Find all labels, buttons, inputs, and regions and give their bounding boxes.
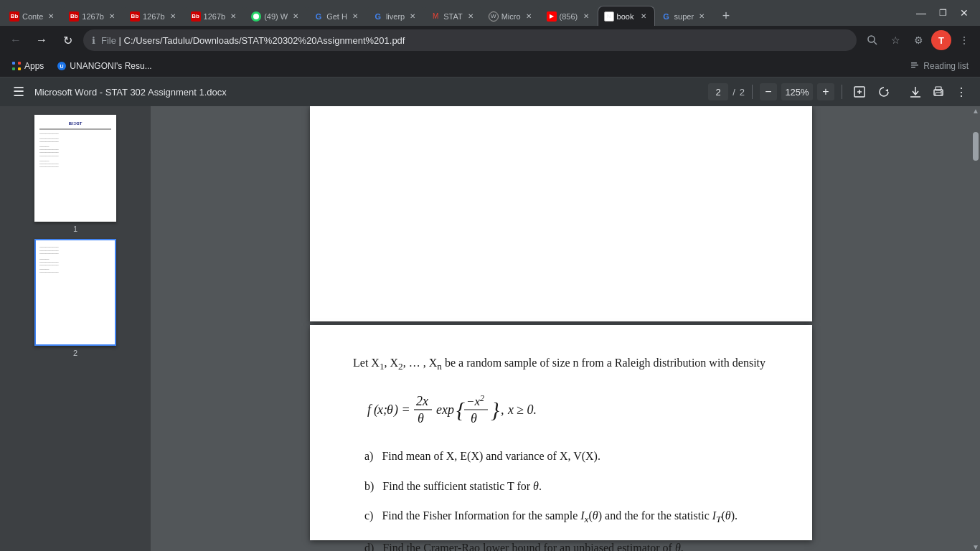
vertical-scrollbar[interactable]: ▲ ▼ (971, 106, 980, 551)
extensions-icon[interactable]: ⚙ (908, 30, 928, 50)
thumb-2-content: ________________ ________________ ______… (36, 240, 115, 278)
tab-6-close[interactable]: ✕ (350, 11, 360, 22)
address-text: File | C:/Users/Tadulu/Downloads/STAT%20… (101, 35, 848, 46)
thumb-2-image: ________________ ________________ ______… (36, 240, 115, 344)
apps-bookmark[interactable]: Apps (6, 58, 50, 74)
svg-text:x: x (507, 402, 514, 417)
tab-1-title: Conte (22, 12, 43, 21)
tab-8-close[interactable]: ✕ (466, 11, 476, 22)
tab-9-close[interactable]: ✕ (524, 11, 534, 22)
svg-marker-15 (885, 89, 888, 92)
svg-text:,: , (501, 402, 504, 417)
pdf-main-area[interactable]: Let X1, X2, … , Xn be a random sample of… (151, 106, 971, 551)
bookmark-star-icon[interactable]: ☆ (885, 30, 905, 50)
svg-rect-10 (911, 65, 918, 66)
new-tab-button[interactable]: + (716, 6, 736, 26)
tab-1-close[interactable]: ✕ (46, 11, 56, 22)
tab-11[interactable]: N book ✕ (598, 6, 655, 26)
tab-6-title: Get H (326, 12, 347, 21)
tab-6[interactable]: G Get H ✕ (307, 6, 367, 26)
current-page-input[interactable] (708, 83, 728, 100)
scroll-track[interactable] (973, 118, 979, 540)
unangoni-bookmark[interactable]: U UNANGONI's Resu... (51, 58, 157, 74)
maximize-button[interactable]: ❐ (933, 3, 953, 23)
back-button[interactable]: ← (6, 30, 26, 50)
svg-text:θ: θ (387, 402, 393, 417)
tab-4[interactable]: Bb 1267b ✕ (184, 6, 245, 26)
scroll-up-arrow[interactable]: ▲ (971, 106, 980, 115)
zoom-input[interactable] (781, 83, 813, 100)
svg-text:{: { (456, 397, 465, 421)
lock-icon: ℹ (92, 35, 95, 46)
page-controls: / 2 − + (708, 82, 894, 102)
search-icon[interactable] (862, 30, 882, 50)
reading-list-button[interactable]: Reading list (905, 58, 974, 74)
svg-text:) =: ) = (393, 402, 410, 418)
scroll-thumb[interactable] (973, 132, 979, 161)
tab-4-favicon: Bb (191, 11, 201, 22)
svg-text:exp: exp (436, 402, 454, 417)
tab-5[interactable]: (49) W ✕ (245, 6, 307, 26)
print-button[interactable] (928, 82, 948, 102)
tab-3[interactable]: Bb 1267b ✕ (123, 6, 184, 26)
svg-rect-5 (12, 67, 15, 70)
question-b: b) Find the sufficient statistic T for θ… (353, 477, 769, 496)
tab-2-favicon: Bb (69, 11, 79, 22)
tab-3-title: 1267b (143, 12, 165, 21)
total-pages: 2 (740, 87, 745, 98)
page-separator: / (732, 87, 735, 98)
svg-line-2 (874, 42, 877, 44)
svg-rect-4 (18, 62, 21, 65)
menu-icon[interactable]: ⋮ (954, 30, 974, 50)
tab-9[interactable]: W Micro ✕ (482, 6, 540, 26)
reading-list-icon (910, 61, 920, 71)
tab-11-close[interactable]: ✕ (639, 11, 649, 22)
pdf-viewer: ☰ Microsoft Word - STAT 302 Assignment 1… (0, 77, 980, 551)
tab-12-close[interactable]: ✕ (697, 11, 707, 22)
address-bar[interactable]: ℹ File | C:/Users/Tadulu/Downloads/STAT%… (83, 29, 857, 51)
scroll-down-arrow[interactable]: ▼ (971, 542, 980, 551)
tab-4-close[interactable]: ✕ (228, 11, 238, 22)
minimize-button[interactable]: — (911, 3, 931, 23)
download-button[interactable] (905, 82, 925, 102)
fit-page-button[interactable] (849, 82, 870, 102)
page-2-content: Let X1, X2, … , Xn be a random sample of… (310, 325, 812, 551)
tab-7-close[interactable]: ✕ (407, 11, 418, 22)
tab-bar: Bb Conte ✕ Bb 1267b ✕ Bb 1267b ✕ Bb 1267… (3, 0, 911, 26)
tab-12[interactable]: G super ✕ (655, 6, 714, 26)
separator-1 (752, 85, 753, 99)
thumb-1-number: 1 (73, 225, 77, 233)
more-options-button[interactable]: ⋮ (951, 82, 971, 102)
sidebar-toggle-button[interactable]: ☰ (9, 84, 29, 100)
thumb-logo: BI⊃ST (39, 121, 111, 126)
tab-10-close[interactable]: ✕ (581, 11, 591, 22)
tab-10-favicon: ▶ (547, 11, 557, 22)
rotate-button[interactable] (874, 82, 894, 102)
tab-10[interactable]: ▶ (856) ✕ (540, 6, 598, 26)
question-list: a) Find mean of X, E(X) and variance of … (353, 447, 769, 551)
tab-8-title: STAT (443, 12, 462, 21)
thumbnail-page-2[interactable]: ________________ ________________ ______… (34, 239, 116, 357)
forward-button[interactable]: → (32, 30, 52, 50)
zoom-out-button[interactable]: − (760, 83, 777, 100)
tab-2-close[interactable]: ✕ (107, 11, 117, 22)
svg-text:}: } (491, 397, 499, 421)
svg-rect-11 (911, 67, 915, 68)
svg-rect-3 (12, 62, 15, 65)
thumbnail-page-1[interactable]: BI⊃ST ________________ ________________ … (34, 115, 116, 233)
tab-5-close[interactable]: ✕ (291, 11, 301, 22)
tab-3-close[interactable]: ✕ (168, 11, 178, 22)
tab-8[interactable]: M STAT ✕ (424, 6, 481, 26)
reload-button[interactable]: ↻ (57, 30, 77, 50)
svg-text:f: f (367, 402, 373, 417)
problem-statement: Let X1, X2, … , Xn be a random sample of… (353, 354, 769, 551)
tab-7[interactable]: G liverp ✕ (367, 6, 424, 26)
tab-1[interactable]: Bb Conte ✕ (3, 6, 62, 26)
close-button[interactable]: ✕ (954, 3, 974, 23)
thumb-1-content: BI⊃ST ________________ ________________ … (36, 116, 115, 171)
tab-2[interactable]: Bb 1267b ✕ (62, 6, 123, 26)
tab-5-favicon (251, 11, 261, 22)
tab-8-favicon: M (430, 11, 440, 22)
profile-button[interactable]: T (931, 30, 951, 50)
zoom-in-button[interactable]: + (817, 83, 834, 100)
